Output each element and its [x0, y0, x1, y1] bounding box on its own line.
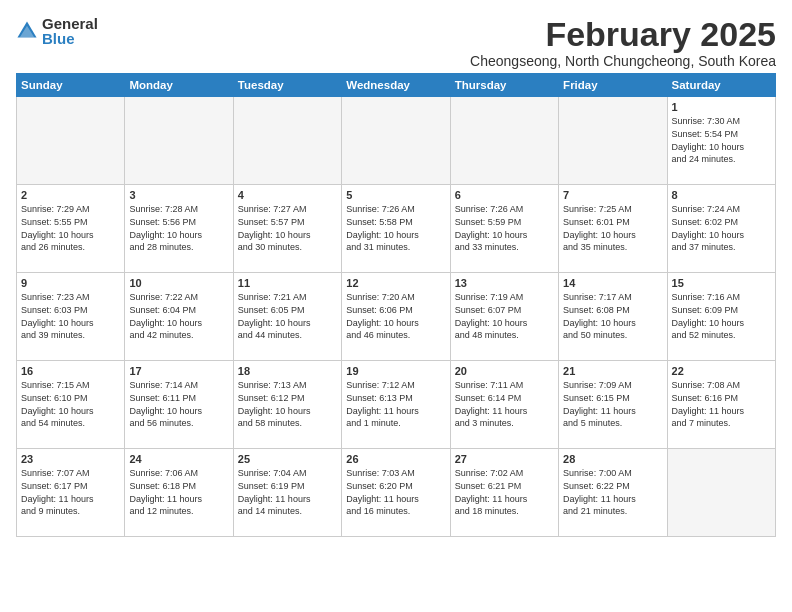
day-number: 11: [238, 277, 337, 289]
calendar-cell: 18Sunrise: 7:13 AM Sunset: 6:12 PM Dayli…: [233, 361, 341, 449]
day-info: Sunrise: 7:13 AM Sunset: 6:12 PM Dayligh…: [238, 379, 337, 429]
calendar-cell: 6Sunrise: 7:26 AM Sunset: 5:59 PM Daylig…: [450, 185, 558, 273]
day-info: Sunrise: 7:29 AM Sunset: 5:55 PM Dayligh…: [21, 203, 120, 253]
logo-icon: [16, 20, 38, 42]
day-info: Sunrise: 7:17 AM Sunset: 6:08 PM Dayligh…: [563, 291, 662, 341]
calendar-cell: 26Sunrise: 7:03 AM Sunset: 6:20 PM Dayli…: [342, 449, 450, 537]
day-info: Sunrise: 7:00 AM Sunset: 6:22 PM Dayligh…: [563, 467, 662, 517]
weekday-header-wednesday: Wednesday: [342, 74, 450, 97]
calendar-cell: 12Sunrise: 7:20 AM Sunset: 6:06 PM Dayli…: [342, 273, 450, 361]
calendar-cell: 11Sunrise: 7:21 AM Sunset: 6:05 PM Dayli…: [233, 273, 341, 361]
day-info: Sunrise: 7:22 AM Sunset: 6:04 PM Dayligh…: [129, 291, 228, 341]
day-number: 10: [129, 277, 228, 289]
calendar-cell: [450, 97, 558, 185]
day-number: 20: [455, 365, 554, 377]
calendar-cell: 27Sunrise: 7:02 AM Sunset: 6:21 PM Dayli…: [450, 449, 558, 537]
weekday-header-sunday: Sunday: [17, 74, 125, 97]
calendar-header: SundayMondayTuesdayWednesdayThursdayFrid…: [17, 74, 776, 97]
day-info: Sunrise: 7:28 AM Sunset: 5:56 PM Dayligh…: [129, 203, 228, 253]
day-info: Sunrise: 7:14 AM Sunset: 6:11 PM Dayligh…: [129, 379, 228, 429]
day-number: 27: [455, 453, 554, 465]
day-number: 17: [129, 365, 228, 377]
calendar-cell: 10Sunrise: 7:22 AM Sunset: 6:04 PM Dayli…: [125, 273, 233, 361]
calendar-cell: 2Sunrise: 7:29 AM Sunset: 5:55 PM Daylig…: [17, 185, 125, 273]
calendar-week-1: 1Sunrise: 7:30 AM Sunset: 5:54 PM Daylig…: [17, 97, 776, 185]
calendar-cell: 23Sunrise: 7:07 AM Sunset: 6:17 PM Dayli…: [17, 449, 125, 537]
day-info: Sunrise: 7:07 AM Sunset: 6:17 PM Dayligh…: [21, 467, 120, 517]
day-info: Sunrise: 7:27 AM Sunset: 5:57 PM Dayligh…: [238, 203, 337, 253]
day-info: Sunrise: 7:15 AM Sunset: 6:10 PM Dayligh…: [21, 379, 120, 429]
calendar-cell: 20Sunrise: 7:11 AM Sunset: 6:14 PM Dayli…: [450, 361, 558, 449]
day-info: Sunrise: 7:26 AM Sunset: 5:59 PM Dayligh…: [455, 203, 554, 253]
day-info: Sunrise: 7:12 AM Sunset: 6:13 PM Dayligh…: [346, 379, 445, 429]
calendar-cell: 15Sunrise: 7:16 AM Sunset: 6:09 PM Dayli…: [667, 273, 775, 361]
day-number: 25: [238, 453, 337, 465]
day-info: Sunrise: 7:23 AM Sunset: 6:03 PM Dayligh…: [21, 291, 120, 341]
day-number: 24: [129, 453, 228, 465]
calendar-cell: 3Sunrise: 7:28 AM Sunset: 5:56 PM Daylig…: [125, 185, 233, 273]
day-number: 1: [672, 101, 771, 113]
calendar-cell: 14Sunrise: 7:17 AM Sunset: 6:08 PM Dayli…: [559, 273, 667, 361]
calendar-cell: 8Sunrise: 7:24 AM Sunset: 6:02 PM Daylig…: [667, 185, 775, 273]
calendar-cell: 25Sunrise: 7:04 AM Sunset: 6:19 PM Dayli…: [233, 449, 341, 537]
day-number: 13: [455, 277, 554, 289]
day-info: Sunrise: 7:09 AM Sunset: 6:15 PM Dayligh…: [563, 379, 662, 429]
calendar-cell: [342, 97, 450, 185]
calendar-cell: 28Sunrise: 7:00 AM Sunset: 6:22 PM Dayli…: [559, 449, 667, 537]
calendar-cell: 13Sunrise: 7:19 AM Sunset: 6:07 PM Dayli…: [450, 273, 558, 361]
day-info: Sunrise: 7:08 AM Sunset: 6:16 PM Dayligh…: [672, 379, 771, 429]
day-info: Sunrise: 7:03 AM Sunset: 6:20 PM Dayligh…: [346, 467, 445, 517]
calendar-body: 1Sunrise: 7:30 AM Sunset: 5:54 PM Daylig…: [17, 97, 776, 537]
day-number: 18: [238, 365, 337, 377]
calendar-table: SundayMondayTuesdayWednesdayThursdayFrid…: [16, 73, 776, 537]
day-info: Sunrise: 7:19 AM Sunset: 6:07 PM Dayligh…: [455, 291, 554, 341]
logo-blue-text: Blue: [42, 31, 98, 46]
day-info: Sunrise: 7:02 AM Sunset: 6:21 PM Dayligh…: [455, 467, 554, 517]
day-info: Sunrise: 7:30 AM Sunset: 5:54 PM Dayligh…: [672, 115, 771, 165]
calendar-cell: [667, 449, 775, 537]
calendar-cell: [233, 97, 341, 185]
weekday-header-friday: Friday: [559, 74, 667, 97]
logo-general-text: General: [42, 16, 98, 31]
day-number: 4: [238, 189, 337, 201]
day-info: Sunrise: 7:16 AM Sunset: 6:09 PM Dayligh…: [672, 291, 771, 341]
day-info: Sunrise: 7:20 AM Sunset: 6:06 PM Dayligh…: [346, 291, 445, 341]
calendar-cell: 22Sunrise: 7:08 AM Sunset: 6:16 PM Dayli…: [667, 361, 775, 449]
calendar-cell: 16Sunrise: 7:15 AM Sunset: 6:10 PM Dayli…: [17, 361, 125, 449]
calendar-cell: 9Sunrise: 7:23 AM Sunset: 6:03 PM Daylig…: [17, 273, 125, 361]
calendar-title: February 2025: [470, 16, 776, 53]
calendar-cell: [125, 97, 233, 185]
calendar-week-2: 2Sunrise: 7:29 AM Sunset: 5:55 PM Daylig…: [17, 185, 776, 273]
day-number: 12: [346, 277, 445, 289]
weekday-header-thursday: Thursday: [450, 74, 558, 97]
day-number: 22: [672, 365, 771, 377]
day-info: Sunrise: 7:26 AM Sunset: 5:58 PM Dayligh…: [346, 203, 445, 253]
calendar-cell: 24Sunrise: 7:06 AM Sunset: 6:18 PM Dayli…: [125, 449, 233, 537]
calendar-subtitle: Cheongseong, North Chungcheong, South Ko…: [470, 53, 776, 69]
logo: General Blue: [16, 16, 98, 46]
calendar-cell: 4Sunrise: 7:27 AM Sunset: 5:57 PM Daylig…: [233, 185, 341, 273]
day-number: 14: [563, 277, 662, 289]
day-info: Sunrise: 7:21 AM Sunset: 6:05 PM Dayligh…: [238, 291, 337, 341]
calendar-week-4: 16Sunrise: 7:15 AM Sunset: 6:10 PM Dayli…: [17, 361, 776, 449]
day-number: 7: [563, 189, 662, 201]
day-number: 19: [346, 365, 445, 377]
calendar-week-5: 23Sunrise: 7:07 AM Sunset: 6:17 PM Dayli…: [17, 449, 776, 537]
day-number: 26: [346, 453, 445, 465]
title-block: February 2025 Cheongseong, North Chungch…: [470, 16, 776, 69]
day-number: 15: [672, 277, 771, 289]
day-number: 6: [455, 189, 554, 201]
day-info: Sunrise: 7:11 AM Sunset: 6:14 PM Dayligh…: [455, 379, 554, 429]
calendar-cell: 19Sunrise: 7:12 AM Sunset: 6:13 PM Dayli…: [342, 361, 450, 449]
day-number: 2: [21, 189, 120, 201]
weekday-header-saturday: Saturday: [667, 74, 775, 97]
day-info: Sunrise: 7:25 AM Sunset: 6:01 PM Dayligh…: [563, 203, 662, 253]
calendar-cell: 1Sunrise: 7:30 AM Sunset: 5:54 PM Daylig…: [667, 97, 775, 185]
weekday-header-monday: Monday: [125, 74, 233, 97]
calendar-cell: 7Sunrise: 7:25 AM Sunset: 6:01 PM Daylig…: [559, 185, 667, 273]
calendar-week-3: 9Sunrise: 7:23 AM Sunset: 6:03 PM Daylig…: [17, 273, 776, 361]
calendar-cell: 21Sunrise: 7:09 AM Sunset: 6:15 PM Dayli…: [559, 361, 667, 449]
day-number: 21: [563, 365, 662, 377]
day-number: 23: [21, 453, 120, 465]
day-number: 3: [129, 189, 228, 201]
